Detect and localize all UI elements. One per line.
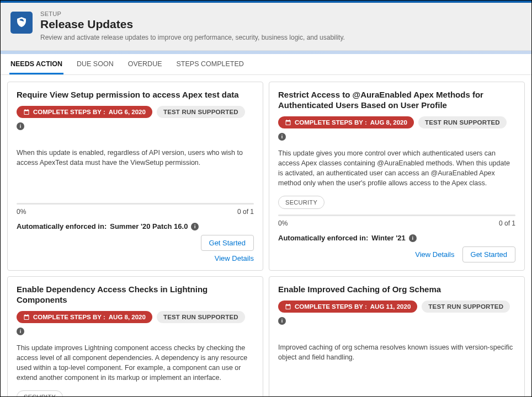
complete-prefix: COMPLETE STEPS BY : [33, 314, 105, 320]
update-card: Restrict Access to @AuraEnabled Apex Met… [269, 82, 525, 271]
tab-due-soon[interactable]: DUE SOON [76, 54, 115, 74]
tag-security: SECURITY [17, 390, 63, 397]
test-run-badge: TEST RUN SUPPORTED [157, 106, 245, 118]
progress-track [17, 203, 254, 205]
update-description: This update improves Lightning component… [17, 343, 254, 383]
complete-prefix: COMPLETE STEPS BY : [295, 119, 367, 126]
update-card: Require View Setup permission to access … [7, 82, 263, 271]
view-details-link[interactable]: View Details [215, 254, 254, 262]
info-icon[interactable]: i [278, 133, 286, 141]
enforced-label: Automatically enforced in: Winter '21 i [278, 234, 417, 242]
complete-date: AUG 6, 2020 [109, 109, 146, 115]
calendar-icon [285, 303, 291, 310]
complete-by-badge: COMPLETE STEPS BY : AUG 6, 2020 [17, 106, 152, 118]
complete-date: AUG 8, 2020 [370, 119, 407, 126]
complete-prefix: COMPLETE STEPS BY : [33, 109, 105, 115]
update-title: Restrict Access to @AuraEnabled Apex Met… [278, 90, 515, 111]
complete-by-badge: COMPLETE STEPS BY : AUG 8, 2020 [278, 116, 414, 128]
complete-prefix: COMPLETE STEPS BY : [295, 303, 367, 310]
tab-overdue[interactable]: OVERDUE [127, 54, 163, 74]
view-details-link[interactable]: View Details [415, 250, 454, 259]
get-started-button[interactable]: Get Started [462, 246, 515, 262]
update-description: When this update is enabled, regardless … [17, 148, 254, 168]
calendar-icon [285, 119, 291, 126]
update-description: Improved caching of org schema resolves … [278, 342, 515, 362]
tag-security: SECURITY [278, 196, 324, 209]
info-icon[interactable]: i [278, 317, 286, 325]
info-icon[interactable]: i [17, 328, 24, 335]
get-started-button[interactable]: Get Started [201, 235, 254, 251]
progress-count: 0 of 1 [237, 208, 254, 216]
tags: SECURITY [17, 390, 254, 397]
calendar-icon [23, 109, 30, 115]
complete-by-badge: COMPLETE STEPS BY : AUG 8, 2020 [17, 311, 152, 323]
update-title: Enable Dependency Access Checks in Light… [17, 285, 254, 305]
tab-bar: NEEDS ACTION DUE SOON OVERDUE STEPS COMP… [1, 54, 531, 75]
tab-steps-completed[interactable]: STEPS COMPLETED [175, 54, 245, 74]
update-title: Enable Improved Caching of Org Schema [278, 285, 515, 295]
enforced-label: Automatically enforced in: Summer '20 Pa… [17, 222, 199, 230]
release-updates-icon [10, 12, 33, 34]
test-run-badge: TEST RUN SUPPORTED [422, 301, 510, 313]
test-run-badge: TEST RUN SUPPORTED [418, 116, 507, 128]
progress: 0% 0 of 1 [278, 214, 515, 227]
page-eyebrow: SETUP [40, 10, 345, 17]
test-run-badge: TEST RUN SUPPORTED [157, 311, 245, 323]
info-icon[interactable]: i [409, 234, 417, 242]
progress-percent: 0% [17, 208, 26, 216]
page-title: Release Updates [40, 18, 345, 31]
tags: SECURITY [278, 196, 515, 209]
progress: 0% 0 of 1 [17, 203, 254, 216]
complete-by-badge: COMPLETE STEPS BY : AUG 11, 2020 [278, 301, 417, 313]
complete-date: AUG 8, 2020 [109, 314, 146, 320]
info-icon[interactable]: i [191, 223, 199, 230]
page-description: Review and activate release updates to i… [40, 34, 345, 41]
update-description: This update gives you more control over … [278, 148, 515, 189]
page-header: SETUP Release Updates Review and activat… [1, 3, 531, 51]
tab-needs-action[interactable]: NEEDS ACTION [9, 54, 63, 74]
update-card: Enable Dependency Access Checks in Light… [7, 276, 263, 397]
progress-track [278, 214, 515, 216]
complete-date: AUG 11, 2020 [370, 303, 411, 310]
update-card: Enable Improved Caching of Org Schema CO… [269, 276, 525, 397]
calendar-icon [23, 314, 30, 320]
cards-grid: Require View Setup permission to access … [1, 75, 531, 397]
progress-percent: 0% [278, 219, 288, 227]
info-icon[interactable]: i [17, 122, 24, 130]
update-title: Require View Setup permission to access … [17, 90, 254, 100]
progress-count: 0 of 1 [499, 219, 515, 227]
